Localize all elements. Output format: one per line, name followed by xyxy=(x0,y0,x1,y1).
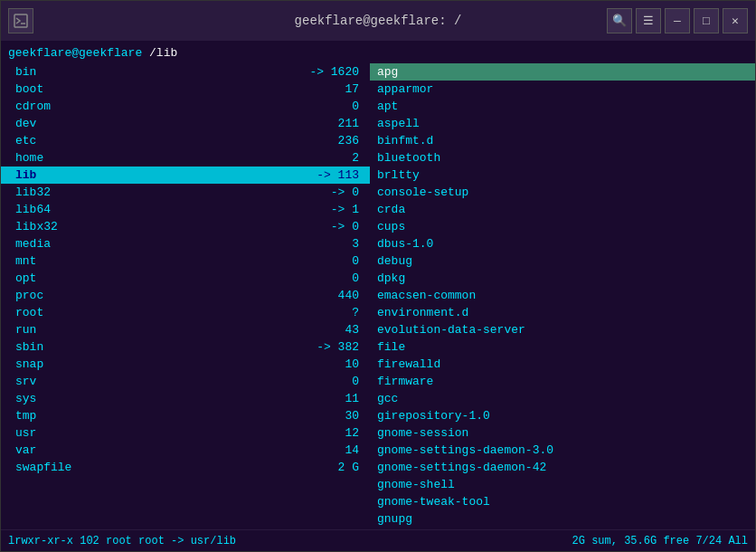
left-dir-row[interactable]: lib64-> 1 xyxy=(1,201,370,218)
dir-size: -> 382 xyxy=(99,340,363,354)
left-dir-row[interactable]: usr12 xyxy=(1,424,370,442)
left-dir-row[interactable]: opt0 xyxy=(1,270,370,287)
dir-name: opt xyxy=(8,271,99,285)
right-dir-row[interactable]: apt xyxy=(370,98,755,115)
left-dir-row[interactable]: snap10 xyxy=(1,356,370,373)
right-dir-row[interactable]: crda xyxy=(370,201,755,218)
right-dir-row[interactable]: binfmt.d xyxy=(370,132,755,149)
maximize-button[interactable]: □ xyxy=(694,8,719,33)
close-button[interactable]: ✕ xyxy=(723,8,748,33)
right-dir-row[interactable]: gnome-settings-daemon-3.0 xyxy=(370,442,755,459)
dir-name: emacsen-common xyxy=(377,289,476,302)
right-dir-row[interactable]: gnome-shell xyxy=(370,476,755,493)
left-dir-row[interactable]: lib32-> 0 xyxy=(1,184,370,201)
right-dir-row[interactable]: environment.d xyxy=(370,304,755,321)
dir-listing: bin-> 1620boot17cdrom0dev211etc236home2l… xyxy=(1,63,755,526)
dir-name: sys xyxy=(8,392,99,405)
right-dir-row[interactable]: firewalld xyxy=(370,356,755,373)
right-dir-row[interactable]: dbus-1.0 xyxy=(370,235,755,252)
right-dir-row[interactable]: brltty xyxy=(370,167,755,184)
dir-name: root xyxy=(8,306,99,319)
right-dir-row[interactable]: debug xyxy=(370,252,755,270)
dir-size: -> 1620 xyxy=(99,65,363,79)
dir-name: crda xyxy=(377,203,405,216)
search-button[interactable]: 🔍 xyxy=(607,8,632,33)
left-dir-row[interactable]: home2 xyxy=(1,149,370,167)
right-dir-row[interactable]: gnome-settings-daemon-42 xyxy=(370,459,755,476)
left-dir-row[interactable]: sys11 xyxy=(1,390,370,407)
dir-name: home xyxy=(8,151,99,165)
dir-size: -> 0 xyxy=(99,220,363,233)
left-dir-row[interactable]: var14 xyxy=(1,442,370,459)
right-dir-row[interactable]: evolution-data-server xyxy=(370,321,755,338)
right-dir-row[interactable]: gnupg xyxy=(370,510,755,526)
left-dir-row[interactable]: lib-> 113 xyxy=(1,167,370,184)
dir-size: 10 xyxy=(99,357,363,371)
minimize-button[interactable]: — xyxy=(665,8,690,33)
right-dir-row[interactable]: bluetooth xyxy=(370,149,755,167)
dir-name: snap xyxy=(8,357,99,371)
right-dir-row[interactable]: gnome-session xyxy=(370,424,755,442)
left-dir-row[interactable]: mnt0 xyxy=(1,252,370,270)
dir-name: debug xyxy=(377,254,412,268)
right-column: apgapparmoraptaspellbinfmt.dbluetoothbrl… xyxy=(370,63,755,526)
left-dir-row[interactable]: srv0 xyxy=(1,373,370,390)
status-bar: lrwxr-xr-x 102 root root -> usr/lib 2G s… xyxy=(1,529,755,551)
left-dir-row[interactable]: bin-> 1620 xyxy=(1,63,370,81)
left-dir-row[interactable]: root? xyxy=(1,304,370,321)
right-dir-row[interactable]: firmware xyxy=(370,373,755,390)
dir-name: usr xyxy=(8,426,99,440)
dir-size: 12 xyxy=(99,426,363,440)
window-controls: 🔍 ☰ — □ ✕ xyxy=(607,8,748,33)
terminal-icon xyxy=(8,8,33,33)
left-dir-row[interactable]: tmp30 xyxy=(1,407,370,424)
right-dir-row[interactable]: emacsen-common xyxy=(370,287,755,304)
right-dir-row[interactable]: cups xyxy=(370,218,755,235)
dir-name: brltty xyxy=(377,168,420,182)
dir-name: lib32 xyxy=(8,186,99,199)
status-left: lrwxr-xr-x 102 root root -> usr/lib xyxy=(8,535,572,547)
prompt-path: /lib xyxy=(142,46,177,60)
dir-name: bluetooth xyxy=(377,151,440,165)
dir-size: 0 xyxy=(99,271,363,285)
left-dir-row[interactable]: cdrom0 xyxy=(1,98,370,115)
right-dir-row[interactable]: aspell xyxy=(370,115,755,132)
dir-name: run xyxy=(8,323,99,337)
prompt-line: geekflare@geekflare /lib xyxy=(1,44,755,63)
left-dir-row[interactable]: etc236 xyxy=(1,132,370,149)
dir-size: ? xyxy=(99,306,363,319)
right-dir-row[interactable]: gcc xyxy=(370,390,755,407)
left-dir-row[interactable]: boot17 xyxy=(1,81,370,98)
dir-name: console-setup xyxy=(377,186,468,199)
menu-button[interactable]: ☰ xyxy=(636,8,661,33)
dir-name: evolution-data-server xyxy=(377,323,525,337)
dir-name: tmp xyxy=(8,409,99,423)
dir-name: mnt xyxy=(8,254,99,268)
dir-name: swapfile xyxy=(8,461,99,474)
left-dir-row[interactable]: media3 xyxy=(1,235,370,252)
left-dir-row[interactable]: libx32-> 0 xyxy=(1,218,370,235)
right-dir-row[interactable]: girepository-1.0 xyxy=(370,407,755,424)
dir-name: media xyxy=(8,237,99,251)
dir-name: etc xyxy=(8,134,99,148)
title-bar: geekflare@geekflare: / 🔍 ☰ — □ ✕ xyxy=(1,1,755,41)
dir-name: libx32 xyxy=(8,220,99,233)
right-dir-row[interactable]: gnome-tweak-tool xyxy=(370,493,755,510)
right-dir-row[interactable]: file xyxy=(370,338,755,356)
left-dir-row[interactable]: dev211 xyxy=(1,115,370,132)
right-dir-row[interactable]: apg xyxy=(370,63,755,81)
dir-name: apg xyxy=(377,65,398,79)
left-dir-row[interactable]: run43 xyxy=(1,321,370,338)
right-dir-row[interactable]: console-setup xyxy=(370,184,755,201)
left-dir-row[interactable]: sbin-> 382 xyxy=(1,338,370,356)
right-dir-row[interactable]: dpkg xyxy=(370,270,755,287)
left-dir-row[interactable]: swapfile2 G xyxy=(1,459,370,476)
right-dir-row[interactable]: apparmor xyxy=(370,81,755,98)
title-bar-left xyxy=(8,8,33,33)
dir-size: -> 0 xyxy=(99,186,363,199)
dir-name: girepository-1.0 xyxy=(377,409,490,423)
dir-name: apparmor xyxy=(377,82,433,96)
dir-size: 0 xyxy=(99,254,363,268)
dir-size: 211 xyxy=(99,117,363,130)
left-dir-row[interactable]: proc440 xyxy=(1,287,370,304)
